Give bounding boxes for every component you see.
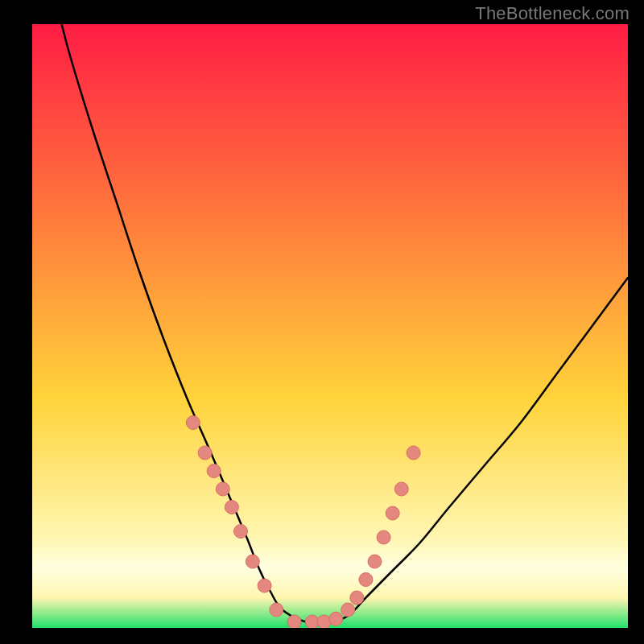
data-marker <box>368 555 382 568</box>
data-marker <box>341 603 355 617</box>
data-marker <box>329 612 343 625</box>
data-marker <box>270 603 283 617</box>
data-marker <box>186 416 200 430</box>
data-marker <box>246 555 259 568</box>
watermark-text: TheBottleneck.com <box>475 3 630 24</box>
data-marker <box>317 615 331 628</box>
data-marker <box>216 482 229 496</box>
data-marker <box>386 506 399 520</box>
black-background: TheBottleneck.com <box>0 0 644 644</box>
data-marker <box>287 615 301 628</box>
data-marker <box>258 579 271 592</box>
data-marker <box>394 482 408 496</box>
data-marker <box>350 591 364 605</box>
data-marker <box>407 446 420 460</box>
plot-area <box>32 24 628 628</box>
data-marker <box>359 573 373 587</box>
data-marker <box>207 464 221 478</box>
marker-group <box>186 416 420 629</box>
data-marker <box>198 446 212 460</box>
data-marker <box>234 525 248 539</box>
chart-svg <box>32 24 628 628</box>
data-marker <box>377 530 390 544</box>
bottleneck-curve <box>32 24 628 623</box>
data-marker <box>225 501 238 514</box>
